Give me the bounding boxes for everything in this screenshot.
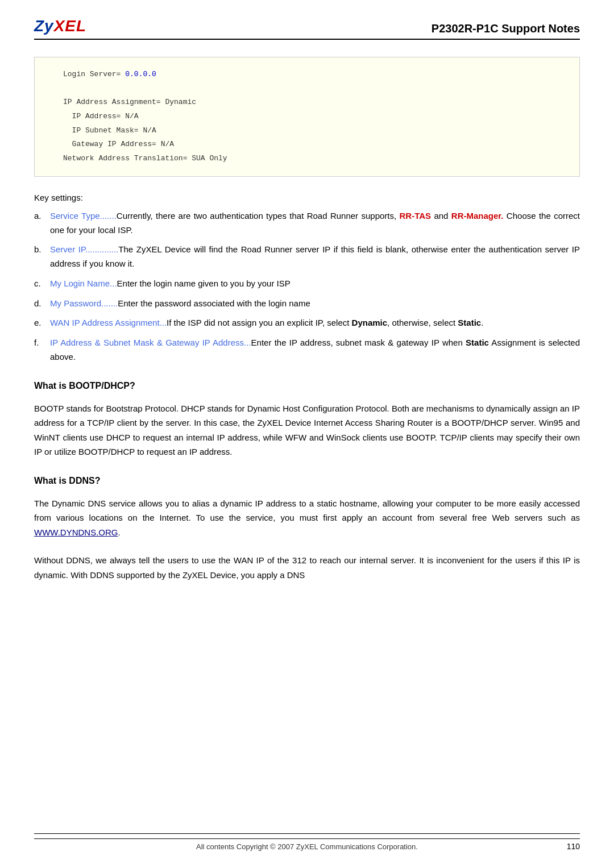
page-number: 110 <box>567 842 580 851</box>
list-content-b: Server IP..............The ZyXEL Device … <box>50 243 580 271</box>
footer-divider <box>34 838 580 839</box>
dynamic-bold: Dynamic <box>352 318 388 327</box>
ddns-text-end: . <box>118 528 121 537</box>
code-line-blank <box>63 82 562 96</box>
bootp-heading: What is BOOTP/DHCP? <box>34 378 580 393</box>
code-line-5: Gateway IP Address= N/A <box>63 138 562 152</box>
code-highlight-server: 0.0.0.0 <box>125 70 156 78</box>
bootp-section: What is BOOTP/DHCP? BOOTP stands for Boo… <box>34 378 580 459</box>
code-line-2: IP Address Assignment= Dynamic <box>63 95 562 110</box>
list-label-c: c. <box>34 277 50 291</box>
settings-list: a. Service Type.......Currently, there a… <box>34 209 580 364</box>
list-label-f: f. <box>34 336 50 350</box>
list-label-a: a. <box>34 209 50 223</box>
static-bold: Static <box>458 318 481 327</box>
list-content-f: IP Address & Subnet Mask & Gateway IP Ad… <box>50 336 580 364</box>
link-ip-subnet[interactable]: IP Address & Subnet Mask & Gateway IP Ad… <box>50 338 251 347</box>
link-password[interactable]: My Password....... <box>50 298 118 308</box>
logo: ZyXEL <box>34 17 86 35</box>
list-label-d: d. <box>34 297 50 311</box>
list-content-c: My Login Name...Enter the login name giv… <box>50 277 580 291</box>
footer-copyright: All contents Copyright © 2007 ZyXEL Comm… <box>196 842 418 851</box>
key-settings-label: Key settings: <box>34 193 580 202</box>
list-content-a: Service Type.......Currently, there are … <box>50 209 580 238</box>
rr-tas: RR-TAS <box>400 211 432 221</box>
link-wan-ip[interactable]: WAN IP Address Assignment... <box>50 318 167 327</box>
dyndns-link[interactable]: WWW.DYNDNS.ORG <box>34 528 118 537</box>
ddns-paragraph2: Without DDNS, we always tell the users t… <box>34 553 580 582</box>
list-item-c: c. My Login Name...Enter the login name … <box>34 277 580 291</box>
page-title: P2302R-P1C Support Notes <box>432 22 580 35</box>
logo-zy: Zy <box>34 17 54 35</box>
list-item-e: e. WAN IP Address Assignment...If the IS… <box>34 316 580 330</box>
ddns-heading: What is DDNS? <box>34 473 580 488</box>
list-content-d: My Password.......Enter the password ass… <box>50 297 580 311</box>
page-header: ZyXEL P2302R-P1C Support Notes <box>34 17 580 40</box>
link-login-name[interactable]: My Login Name... <box>50 279 117 288</box>
code-line-6: Network Address Translation= SUA Only <box>63 152 562 166</box>
list-item-b: b. Server IP..............The ZyXEL Devi… <box>34 243 580 271</box>
rr-manager: RR-Manager. <box>451 211 504 221</box>
ddns-paragraph1: The Dynamic DNS service allows you to al… <box>34 496 580 540</box>
list-item-a: a. Service Type.......Currently, there a… <box>34 209 580 238</box>
code-line-4: IP Subnet Mask= N/A <box>63 124 562 138</box>
bootp-paragraph: BOOTP stands for Bootstrap Protocol. DHC… <box>34 401 580 459</box>
list-item-d: d. My Password.......Enter the password … <box>34 297 580 311</box>
code-line-1: Login Server= 0.0.0.0 <box>63 68 562 82</box>
list-item-f: f. IP Address & Subnet Mask & Gateway IP… <box>34 336 580 364</box>
link-service-type[interactable]: Service Type....... <box>50 211 117 221</box>
code-block: Login Server= 0.0.0.0 IP Address Assignm… <box>34 57 580 177</box>
logo-xel: XEL <box>54 17 86 35</box>
static-bold-2: Static <box>466 338 489 347</box>
code-line-3: IP Address= N/A <box>63 110 562 124</box>
page-container: ZyXEL P2302R-P1C Support Notes Login Ser… <box>0 0 614 868</box>
list-label-b: b. <box>34 243 50 257</box>
list-label-e: e. <box>34 316 50 330</box>
page-footer: All contents Copyright © 2007 ZyXEL Comm… <box>34 833 580 851</box>
link-server-ip[interactable]: Server IP.............. <box>50 244 118 254</box>
ddns-section: What is DDNS? The Dynamic DNS service al… <box>34 473 580 583</box>
list-content-e: WAN IP Address Assignment...If the ISP d… <box>50 316 580 330</box>
ddns-text-1: The Dynamic DNS service allows you to al… <box>34 499 580 523</box>
